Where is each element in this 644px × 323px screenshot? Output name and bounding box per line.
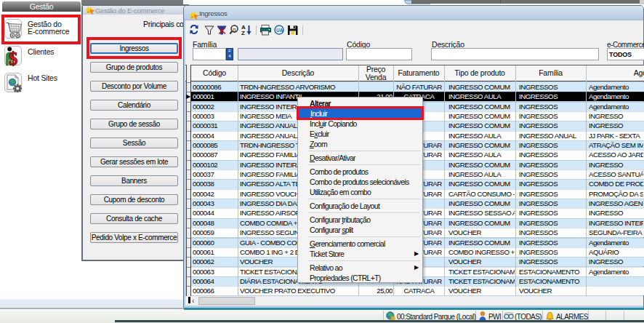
svg-text:n: n bbox=[233, 26, 236, 33]
svg-text:UA: UA bbox=[276, 28, 283, 33]
svg-text:$: $ bbox=[9, 49, 17, 67]
svg-text:Z: Z bbox=[241, 30, 245, 36]
